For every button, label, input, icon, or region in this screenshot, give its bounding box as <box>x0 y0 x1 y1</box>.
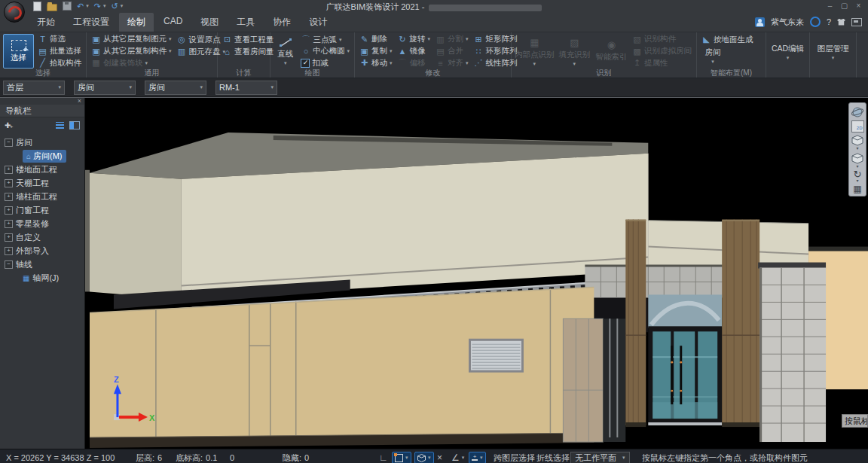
view-room-quantities-button[interactable]: ⌂查看房间量 <box>221 46 276 57</box>
collapse-icon[interactable]: − <box>5 139 13 147</box>
viewport-3d[interactable]: Z X 2D ▾ ▾ <box>85 98 868 449</box>
rotate-view-button[interactable]: ↻ ▾ <box>854 171 862 183</box>
tree-node-misc-decor[interactable]: +零星装修 <box>0 217 84 230</box>
nav-close-button[interactable]: × <box>78 98 81 105</box>
workspace-icon[interactable] <box>851 18 862 26</box>
rotate-icon: ↻ <box>398 35 408 44</box>
type-selector[interactable]: 房间▾ <box>145 81 206 95</box>
rect-array-icon: ⊞ <box>474 35 484 44</box>
expand-icon[interactable]: + <box>5 179 13 187</box>
extract-properties-button: ↥提属性 <box>631 57 693 69</box>
maximize-button[interactable]: ▢ <box>838 1 851 11</box>
ribbon-filler <box>857 32 868 78</box>
minimize-button[interactable]: – <box>824 1 836 11</box>
chevron-down-icon: ▾ <box>58 84 61 90</box>
collapse-icon[interactable]: − <box>5 260 13 269</box>
mirror-button[interactable]: ▲镜像 <box>396 46 432 57</box>
expand-icon[interactable]: + <box>5 166 13 174</box>
category-selector[interactable]: 房间▾ <box>74 81 136 95</box>
room-quantities-icon: ⌂ <box>222 47 232 56</box>
expand-icon[interactable]: + <box>5 206 13 215</box>
expand-icon[interactable]: + <box>5 193 13 201</box>
tree-node-room-m[interactable]: ⌂房间(M) <box>0 149 84 163</box>
tree-node-external-import[interactable]: +外部导入 <box>0 244 84 257</box>
expand-icon[interactable]: + <box>5 220 13 228</box>
three-point-arc-button[interactable]: ⌒三点弧▾ <box>299 34 351 45</box>
batch-select-button[interactable]: ▤批量选择 <box>36 46 83 57</box>
tab-collaborate[interactable]: 协作 <box>264 13 299 32</box>
rotate-button[interactable]: ↻旋转▾ <box>396 34 432 45</box>
tab-view[interactable]: 视图 <box>192 13 227 32</box>
plan-view-button[interactable]: 2D <box>851 120 864 133</box>
copy-components-from-layer-button[interactable]: ▣从其它层复制构件▾ <box>90 46 173 57</box>
tree-node-floor-works[interactable]: +楼地面工程 <box>0 163 84 176</box>
3d-view-button[interactable]: ▾ <box>851 135 863 151</box>
quantities-icon: ⊡ <box>222 35 232 44</box>
ortho-toggle[interactable]: ∟ <box>379 449 388 463</box>
copy-button[interactable]: ▣复制▾ <box>358 46 394 57</box>
tab-tools[interactable]: 工具 <box>228 13 263 32</box>
recognize-component-button: ▧识别构件 <box>631 34 693 45</box>
ribbon: 选择 T筛选 ▤批量选择 ╱拾取构件 选择 ▣从其它层复制图元▾ ▣从其它层复制… <box>0 32 868 78</box>
split-button: ▥分割▾ <box>434 34 470 45</box>
tree-node-grid[interactable]: ▦轴网(J) <box>0 271 84 285</box>
select-button[interactable]: 选择 <box>3 34 34 69</box>
copy-elements-from-layer-button[interactable]: ▣从其它层复制图元▾ <box>90 34 173 45</box>
decor-block-icon: ▦ <box>91 58 101 68</box>
nav-toolbar: ✚₊ <box>0 117 84 133</box>
nav-new-icon[interactable]: ✚₊ <box>5 121 12 129</box>
polyline-select-button[interactable]: 折线选择 <box>536 449 570 463</box>
tree-node-axis[interactable]: −轴线 <box>0 257 84 271</box>
close-button[interactable]: × <box>852 1 865 11</box>
element-selector[interactable]: RM-1▾ <box>215 81 277 95</box>
ribbon-group-cad-edit: CAD编辑▾ <box>766 32 810 78</box>
tab-design[interactable]: 设计 <box>301 13 335 32</box>
cross-layer-select-button[interactable]: 跨图层选择 <box>494 449 535 463</box>
tab-draw[interactable]: 绘制 <box>119 13 154 32</box>
nav-panel-view-icon[interactable] <box>69 121 80 129</box>
layer-manage-button[interactable]: 图层管理▾ <box>813 44 853 59</box>
angle-snap-toggle[interactable]: ∠▾ <box>448 452 467 463</box>
cad-edit-button[interactable]: CAD编辑▾ <box>769 44 806 59</box>
line-button[interactable]: 直线 ▾ <box>274 34 297 69</box>
expand-icon[interactable]: + <box>5 247 13 255</box>
tree-node-ceiling-works[interactable]: +天棚工程 <box>0 176 84 190</box>
tab-start[interactable]: 开始 <box>29 13 63 32</box>
tree-node-door-window-works[interactable]: +门窗工程 <box>0 203 84 217</box>
floor-selector[interactable]: 首层▾ <box>3 81 65 95</box>
orbit-button[interactable] <box>851 106 864 118</box>
pick-component-button[interactable]: ╱拾取构件 <box>36 57 83 69</box>
help-button[interactable]: ? <box>827 17 831 26</box>
community-icon[interactable] <box>810 17 821 27</box>
smart-index-icon: ◉ <box>607 40 616 50</box>
work-plane-dropdown[interactable]: 无工作平面▾ <box>570 452 630 463</box>
view-mode-toggle[interactable]: ▾ <box>414 452 434 463</box>
cube-icon <box>851 153 863 164</box>
selection-window-toggle[interactable]: ▾ <box>392 452 411 463</box>
snap-toggle[interactable]: × <box>437 449 442 463</box>
username[interactable]: 紫气东来 <box>771 17 804 28</box>
theme-skin-icon[interactable] <box>837 19 845 26</box>
isometric-view-button[interactable]: ▾ <box>851 153 863 169</box>
tab-project-settings[interactable]: 工程设置 <box>65 13 118 32</box>
generate-by-floor-button[interactable]: ◣按地面生成 <box>700 34 763 45</box>
tree-node-room[interactable]: −房间 <box>0 136 84 149</box>
filter-button[interactable]: T筛选 <box>36 34 83 45</box>
tree-node-wall-column-works[interactable]: +墙柱面工程 <box>0 190 84 203</box>
split-icon: ▥ <box>436 35 445 44</box>
move-button[interactable]: ✚移动▾ <box>358 57 394 69</box>
grid-tile-wall <box>760 268 826 443</box>
expand-icon[interactable]: + <box>5 233 13 242</box>
calc-table-button[interactable]: ▦ <box>853 185 861 193</box>
delete-button[interactable]: ✎删除 <box>358 34 394 45</box>
view-quantities-button[interactable]: ⊡查看工程量 <box>221 34 276 45</box>
tree-node-custom[interactable]: +自定义 <box>0 230 84 244</box>
user-avatar-icon[interactable] <box>755 17 765 27</box>
polar-tracking-toggle[interactable]: +▾ <box>469 452 486 463</box>
app-logo-icon[interactable] <box>4 2 25 23</box>
tab-cad[interactable]: CAD <box>155 13 191 32</box>
nav-list-view-icon[interactable] <box>56 122 64 129</box>
center-ellipse-button[interactable]: ○中心椭圆▾ <box>299 46 351 57</box>
deduct-checkbox[interactable]: ✓ <box>301 59 310 68</box>
room-layout-button[interactable]: 房间▾ <box>700 47 726 63</box>
